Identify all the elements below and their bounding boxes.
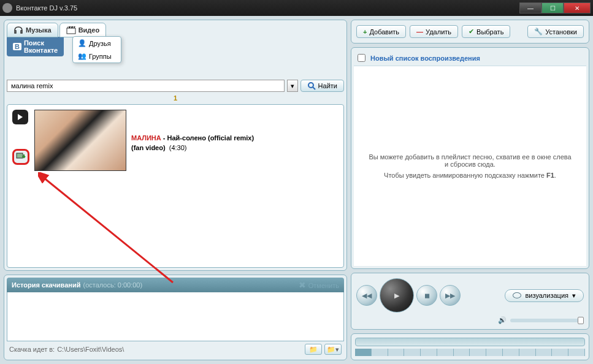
video-artist: МАЛИНА (131, 134, 161, 142)
tab-music-label: Музыка (26, 26, 52, 34)
playlist-checkbox[interactable] (358, 54, 365, 62)
playlist-hint-key: F1 (546, 172, 554, 179)
find-label: Найти (318, 82, 337, 89)
play-result-button[interactable] (12, 110, 28, 124)
menu-groups-label: Группы (89, 53, 112, 60)
stop-button[interactable]: ◼ (416, 285, 437, 306)
add-label: Добавить (369, 28, 399, 36)
forward-icon: ▶▶ (445, 292, 455, 300)
minus-icon: — (416, 28, 423, 36)
svg-point-1 (308, 83, 313, 88)
visualization-label: визуализация (525, 292, 568, 299)
headphones-icon (13, 26, 23, 34)
player-panel: ◀◀ ▶ ◼ ▶▶ визуализация ▾ 🔊 (351, 273, 589, 330)
video-subtitle: (fan video) (131, 144, 166, 151)
download-result-button[interactable] (12, 149, 29, 165)
delete-button[interactable]: —Удалить (410, 25, 458, 38)
window-title: Вконтакте DJ v.3.75 (16, 4, 519, 12)
search-dropdown-arrow[interactable]: ▾ (287, 80, 298, 92)
person-icon: 👤 (78, 39, 86, 47)
video-duration: (4:30) (169, 144, 187, 151)
playlist-hint-1: Вы можете добавить в плейлист песню, схв… (366, 153, 574, 168)
menu-friends-label: Друзья (89, 40, 111, 47)
playlist-body[interactable]: Вы можете добавить в плейлист песню, схв… (354, 66, 586, 266)
settings-button[interactable]: 🔧Установки (527, 25, 584, 38)
prev-button[interactable]: ◀◀ (356, 285, 377, 306)
check-icon: ✔ (469, 28, 474, 36)
right-toolbar: +Добавить —Удалить ✔Выбрать 🔧Установки (351, 20, 589, 44)
minimize-button[interactable]: — (519, 2, 541, 13)
history-close-icon[interactable]: ✖ Отменить (299, 280, 339, 290)
clapperboard-icon (66, 26, 76, 34)
result-item: МАЛИНА - Най-солено (official remix) (fa… (12, 110, 339, 171)
eye-icon (513, 292, 521, 298)
playlist-hint-2c: . (554, 172, 556, 179)
seek-bar[interactable] (355, 338, 585, 346)
results-list: МАЛИНА - Най-солено (official remix) (fa… (7, 104, 344, 268)
next-button[interactable]: ▶▶ (440, 285, 461, 306)
buffer-segments (355, 349, 585, 356)
people-icon: 👥 (78, 52, 86, 60)
tab-video-label: Видео (78, 26, 100, 34)
chevron-down-icon: ▾ (572, 292, 576, 300)
video-thumbnail[interactable] (34, 110, 126, 171)
seek-panel (351, 333, 589, 360)
volume-slider[interactable] (510, 319, 584, 322)
playlist-hint-2a: Чтобы увидеть анимированную подсказку на… (384, 172, 546, 179)
rewind-icon: ◀◀ (362, 292, 372, 300)
playlist-title[interactable]: Новый список воспроизведения (370, 55, 480, 62)
folder-icon: 📁 (309, 346, 318, 354)
svg-line-2 (313, 87, 315, 89)
plus-icon: + (363, 28, 367, 36)
chevron-down-icon: ▾ (335, 346, 339, 354)
find-button[interactable]: Найти (300, 80, 344, 92)
download-path-label: Скачка идет в: (9, 346, 55, 353)
select-label: Выбрать (476, 28, 503, 36)
video-info: МАЛИНА - Най-солено (official remix) (fa… (131, 110, 254, 171)
magnifier-icon (307, 82, 316, 90)
vk-icon: B (13, 43, 21, 50)
history-panel: История скачиваний (осталось: 0:00:00) ✖… (4, 275, 347, 360)
history-list (7, 292, 344, 341)
folder-icon: 📁 (327, 346, 335, 354)
svg-line-4 (43, 177, 173, 282)
download-path: C:\Users\Foxit\Videos\ (57, 346, 124, 353)
play-button[interactable]: ▶ (380, 278, 414, 313)
wrench-icon: 🔧 (534, 28, 543, 36)
stop-icon: ◼ (424, 292, 430, 300)
search-panel: Музыка Видео 👤 Друзья 👥 Группы (4, 20, 347, 271)
tab-video[interactable]: Видео (59, 23, 107, 37)
svg-rect-3 (17, 153, 23, 158)
speaker-icon: 🔊 (498, 316, 507, 324)
playlist-panel: Новый список воспроизведения Вы можете д… (351, 47, 589, 269)
settings-label: Установки (545, 28, 577, 36)
add-button[interactable]: +Добавить (356, 25, 406, 38)
video-dropdown: 👤 Друзья 👥 Группы (72, 36, 121, 63)
history-title: История скачиваний (12, 281, 80, 289)
tab-music[interactable]: Музыка (7, 23, 58, 37)
menu-groups[interactable]: 👥 Группы (73, 50, 121, 63)
svg-rect-0 (67, 28, 75, 34)
search-input[interactable] (7, 80, 285, 92)
maximize-button[interactable]: ☐ (541, 2, 564, 13)
app-icon (2, 3, 12, 13)
subtab-search-vk[interactable]: B Поиск Вконтакте (7, 37, 64, 56)
annotation-arrow (38, 172, 179, 289)
open-folder-button[interactable]: 📁 (305, 344, 322, 355)
folder-options-button[interactable]: 📁▾ (324, 344, 342, 355)
close-button[interactable]: ✕ (564, 2, 591, 13)
history-remaining: (осталось: 0:00:00) (83, 281, 142, 289)
select-button[interactable]: ✔Выбрать (462, 25, 510, 38)
play-icon: ▶ (394, 292, 399, 300)
visualization-button[interactable]: визуализация ▾ (505, 289, 584, 302)
titlebar: Вконтакте DJ v.3.75 — ☐ ✕ (0, 0, 593, 16)
video-title: - Най-солено (official remix) (161, 134, 254, 142)
menu-friends[interactable]: 👤 Друзья (73, 37, 121, 50)
delete-label: Удалить (426, 28, 451, 36)
page-number[interactable]: 1 (7, 92, 344, 104)
subtab-search-label: Поиск Вконтакте (24, 39, 58, 54)
